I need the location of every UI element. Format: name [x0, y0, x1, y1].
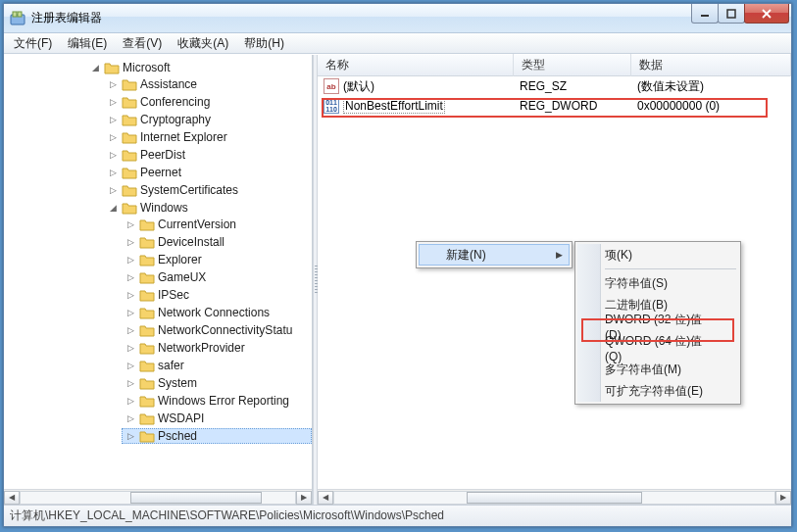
- tree-node[interactable]: ▷ GameUX: [122, 269, 312, 285]
- expand-icon[interactable]: ▷: [125, 413, 136, 423]
- context-submenu-item[interactable]: 多字符串值(M): [577, 359, 738, 380]
- hscroll-left[interactable]: ◀: [318, 491, 333, 505]
- expand-icon[interactable]: ▷: [107, 185, 119, 195]
- list-row[interactable]: 011110 NonBestEffortLimit REG_DWORD 0x00…: [318, 96, 791, 116]
- tree-node[interactable]: ▷ WSDAPI: [122, 411, 312, 426]
- context-menu[interactable]: 新建(N) ▶: [416, 241, 573, 268]
- hscroll-left[interactable]: ◀: [4, 491, 20, 505]
- tree-node[interactable]: ▷ Peernet: [104, 165, 312, 180]
- list-row[interactable]: ab (默认) REG_SZ (数值未设置): [318, 76, 791, 96]
- folder-icon: [122, 95, 137, 109]
- tree-label: DeviceInstall: [158, 235, 224, 249]
- collapse-icon[interactable]: ◢: [107, 203, 119, 213]
- expand-icon[interactable]: ▷: [125, 255, 136, 265]
- col-header-name[interactable]: 名称: [318, 54, 514, 76]
- tree-node[interactable]: ▷ Assistance: [104, 76, 312, 92]
- ctx-label: 多字符串值(M): [605, 362, 681, 378]
- context-submenu-item[interactable]: 字符串值(S): [577, 272, 738, 294]
- folder-icon: [139, 359, 155, 372]
- context-submenu-item[interactable]: 可扩充字符串值(E): [577, 380, 738, 402]
- folder-icon: [122, 77, 137, 91]
- tree-label: NetworkProvider: [158, 341, 245, 355]
- registry-tree[interactable]: ◢ Microsoft ▷ Assistance ▷ Conferencing …: [4, 55, 312, 451]
- expand-icon[interactable]: ▷: [125, 361, 136, 370]
- context-submenu-item[interactable]: 项(K): [577, 244, 738, 266]
- tree-node[interactable]: ▷ Conferencing: [104, 94, 312, 110]
- separator: [605, 268, 736, 269]
- tree-node[interactable]: ▷ DeviceInstall: [122, 234, 312, 250]
- tree-node[interactable]: ▷ Windows Error Reporting: [122, 393, 312, 409]
- tree-label: Internet Explorer: [140, 130, 227, 144]
- titlebar[interactable]: 注册表编辑器: [4, 4, 791, 33]
- folder-icon: [122, 166, 137, 179]
- tree-node[interactable]: ▷ System: [122, 375, 312, 391]
- tree-label: SystemCertificates: [140, 183, 238, 197]
- expand-icon[interactable]: ▷: [125, 290, 136, 300]
- expand-icon[interactable]: ▷: [125, 237, 136, 247]
- minimize-button[interactable]: [691, 4, 719, 24]
- list-pane: 名称 类型 数据 ab (默认) REG_SZ (数值未设置) 011110 N…: [318, 55, 791, 505]
- tree-node[interactable]: ▷ CurrentVersion: [122, 217, 312, 232]
- menu-favorites[interactable]: 收藏夹(A): [170, 33, 236, 54]
- hscroll-thumb[interactable]: [130, 492, 262, 504]
- tree-node[interactable]: ▷ IPSec: [122, 287, 312, 303]
- expand-icon[interactable]: ▷: [107, 79, 119, 89]
- ctx-label: 字符串值(S): [605, 275, 668, 292]
- maximize-button[interactable]: [718, 4, 745, 24]
- menu-help[interactable]: 帮助(H): [236, 33, 292, 54]
- expand-icon[interactable]: ▷: [107, 150, 119, 160]
- folder-icon: [139, 341, 155, 355]
- tree-node-psched[interactable]: ▷ Psched: [122, 428, 312, 444]
- col-header-data[interactable]: 数据: [631, 54, 791, 76]
- menu-edit[interactable]: 编辑(E): [60, 33, 115, 54]
- hscroll-right[interactable]: ▶: [296, 491, 312, 505]
- close-button[interactable]: [744, 4, 789, 24]
- tree-label: Microsoft: [123, 61, 171, 74]
- expand-icon[interactable]: ▷: [125, 272, 136, 282]
- folder-icon: [139, 411, 155, 425]
- folder-icon: [139, 394, 155, 408]
- tree-label: safer: [158, 359, 184, 372]
- tree-node[interactable]: ▷ safer: [122, 358, 312, 373]
- menu-file[interactable]: 文件(F): [6, 33, 60, 54]
- tree-node[interactable]: ▷ Network Connections: [122, 305, 312, 320]
- tree-node[interactable]: ▷ PeerDist: [104, 147, 312, 163]
- svg-rect-2: [18, 12, 22, 17]
- tree-node[interactable]: ▷ Explorer: [122, 252, 312, 267]
- expand-icon[interactable]: ▷: [107, 168, 119, 177]
- expand-icon[interactable]: ▷: [107, 97, 119, 107]
- value-type: REG_DWORD: [514, 97, 631, 115]
- hscroll-track[interactable]: [333, 491, 775, 505]
- expand-icon[interactable]: ▷: [125, 219, 136, 229]
- tree-label: NetworkConnectivityStatu: [158, 323, 292, 337]
- folder-icon: [139, 306, 155, 319]
- tree-node[interactable]: ▷ NetworkConnectivityStatu: [122, 322, 312, 338]
- menu-view[interactable]: 查看(V): [115, 33, 170, 54]
- expand-icon[interactable]: ▷: [125, 343, 136, 353]
- hscroll-thumb[interactable]: [467, 492, 643, 504]
- list-rows[interactable]: ab (默认) REG_SZ (数值未设置) 011110 NonBestEff…: [318, 76, 791, 116]
- context-submenu-item[interactable]: QWORD (64 位)值(Q): [577, 337, 738, 359]
- context-submenu-new[interactable]: 项(K)字符串值(S)二进制值(B)DWORD (32-位)值(D)QWORD …: [574, 241, 741, 405]
- collapse-icon[interactable]: ◢: [89, 63, 101, 73]
- expand-icon[interactable]: ▷: [125, 325, 136, 335]
- ctx-label: 可扩充字符串值(E): [605, 383, 703, 400]
- expand-icon[interactable]: ▷: [107, 115, 119, 124]
- expand-icon[interactable]: ▷: [125, 431, 136, 441]
- hscroll-track[interactable]: [20, 491, 296, 505]
- tree-node[interactable]: ▷ SystemCertificates: [104, 182, 312, 198]
- context-menu-new[interactable]: 新建(N) ▶: [419, 244, 570, 266]
- tree-node[interactable]: ▷ NetworkProvider: [122, 340, 312, 356]
- col-header-type[interactable]: 类型: [514, 54, 631, 76]
- tree-label: Explorer: [158, 253, 202, 266]
- ctx-label: 新建(N): [446, 247, 486, 264]
- expand-icon[interactable]: ▷: [125, 396, 136, 406]
- expand-icon[interactable]: ▷: [125, 308, 136, 317]
- expand-icon[interactable]: ▷: [125, 378, 136, 388]
- tree-node-microsoft[interactable]: ◢ Microsoft: [86, 60, 312, 75]
- tree-node[interactable]: ▷ Cryptography: [104, 112, 312, 127]
- tree-node[interactable]: ▷ Internet Explorer: [104, 129, 312, 145]
- expand-icon[interactable]: ▷: [107, 132, 119, 142]
- hscroll-right[interactable]: ▶: [775, 491, 791, 505]
- tree-node-windows[interactable]: ◢ Windows: [104, 200, 312, 216]
